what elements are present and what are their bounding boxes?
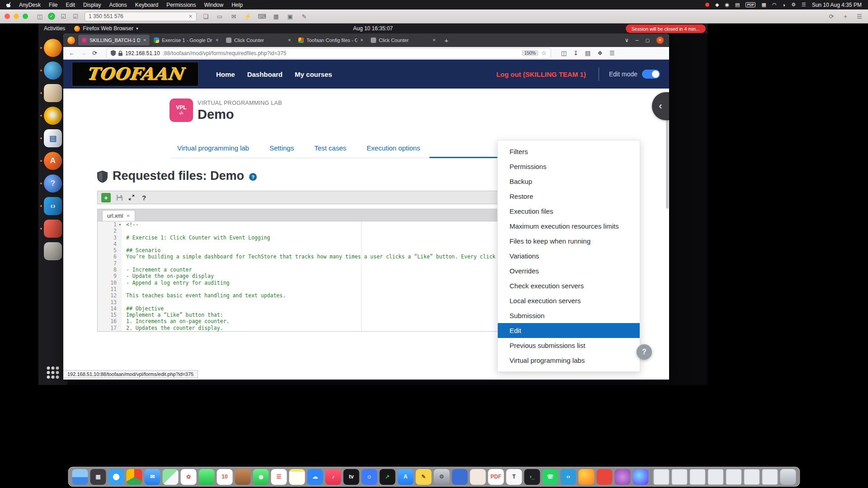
admin-menu-item[interactable]: Submission	[498, 308, 640, 323]
obs-icon[interactable]: ◉	[725, 2, 729, 8]
keyboard-icon[interactable]: ⌨	[258, 13, 266, 20]
admin-menu-item[interactable]: Restore	[498, 189, 640, 204]
admin-menu-item[interactable]: Overrides	[498, 263, 640, 278]
chrome[interactable]	[127, 469, 142, 485]
menubar-clock[interactable]: Sun 10 Aug 4:35 PM	[812, 2, 862, 8]
vpl-tab[interactable]: Virtual programming lab	[177, 144, 249, 152]
vpl-tab[interactable]: Execution options	[367, 144, 420, 152]
admin-menu-item[interactable]: Check execution servers	[498, 278, 640, 293]
minimize-icon[interactable]: –	[636, 37, 639, 43]
vscode[interactable]: ‹›	[561, 469, 576, 485]
list-all-tabs-icon[interactable]: ∨	[625, 37, 629, 43]
admin-menu-item[interactable]: Local execution servers	[498, 293, 640, 308]
permission-input-icon[interactable]: ☑	[71, 13, 80, 20]
menubar-item[interactable]: Help	[227, 2, 247, 8]
admin-menu-item[interactable]: Previous submissions list	[498, 338, 640, 353]
minimized-window[interactable]	[672, 469, 688, 485]
ubuntu-software[interactable]: A	[44, 152, 62, 170]
finder[interactable]	[72, 469, 88, 485]
photos[interactable]: ✿	[181, 469, 197, 485]
control-center-icon[interactable]: ⚙	[791, 2, 796, 8]
add-file-button[interactable]: +	[101, 193, 111, 202]
close-icon[interactable]: ✕	[656, 37, 664, 44]
code-editor[interactable]: 1 <!-- 2 3 # Exercise 1: Click Counter w…	[98, 221, 562, 331]
menubar-item[interactable]: Keyboard	[131, 2, 162, 8]
fullscreen-button[interactable]	[128, 194, 135, 201]
whatsapp[interactable]: ☏	[542, 469, 558, 485]
quicktime[interactable]	[470, 469, 486, 485]
firefox[interactable]	[579, 469, 594, 485]
chat-icon[interactable]: ✉	[230, 13, 238, 20]
admin-menu-item[interactable]: Edit	[498, 323, 640, 338]
zoom-window-button[interactable]	[23, 14, 28, 19]
tab-close-icon[interactable]: ✕	[360, 38, 363, 42]
spotlight-icon[interactable]: ☰	[802, 2, 806, 8]
site-logo[interactable]: TOOFAAN	[72, 62, 198, 86]
app-menu-icon[interactable]: ☰	[609, 50, 615, 56]
reminders[interactable]: ☰	[271, 469, 287, 485]
safari[interactable]	[108, 469, 124, 485]
tab-close-icon[interactable]: ✕	[432, 38, 436, 42]
vpl-tab[interactable]: Settings	[269, 144, 294, 152]
new-tab-button[interactable]: +	[444, 37, 448, 44]
file-tab[interactable]: url.xml ✕	[102, 210, 135, 221]
browser-tab[interactable]: Click Counter ✕	[223, 35, 294, 46]
facetime[interactable]: ◉	[253, 469, 269, 485]
account-icon[interactable]: ◫	[561, 50, 566, 56]
pdf-reader[interactable]: PDF	[488, 469, 504, 485]
display-icon[interactable]: ▤	[735, 2, 740, 8]
menu-icon[interactable]: ☰	[855, 13, 863, 20]
minimized-window[interactable]	[654, 469, 670, 485]
activities-button[interactable]: Activities	[44, 25, 65, 32]
minimized-window[interactable]	[726, 469, 742, 485]
thunderbird[interactable]	[44, 61, 62, 80]
show-applications-button[interactable]	[47, 366, 59, 379]
screen-record-icon[interactable]	[705, 3, 709, 7]
draw-icon[interactable]: ✎	[300, 13, 308, 20]
anydesk-status-icon[interactable]: ◆	[715, 2, 719, 8]
library-icon[interactable]: ▤	[585, 50, 590, 56]
keynote[interactable]	[597, 469, 613, 485]
menubar-item[interactable]: AnyDesk	[15, 2, 45, 8]
tab-close-icon[interactable]: ✕	[143, 38, 146, 42]
minimized-window[interactable]	[690, 469, 706, 485]
archive-box[interactable]	[44, 242, 62, 260]
browser-tab[interactable]: Toofaan Config files - Go... ✕	[295, 35, 367, 46]
editor-help-button[interactable]: ?	[140, 194, 148, 202]
launchpad[interactable]: ▦	[90, 469, 106, 485]
pdf-icon[interactable]: PDF	[745, 2, 755, 7]
minimized-window[interactable]	[762, 469, 778, 485]
status-ok-icon[interactable]: ✓	[48, 13, 55, 20]
notes[interactable]	[289, 469, 305, 485]
menubar-item[interactable]: File	[45, 2, 61, 8]
refresh-icon[interactable]: ⟳	[827, 13, 835, 20]
trash[interactable]	[780, 469, 796, 485]
battery-icon[interactable]: ◑	[783, 2, 786, 8]
music[interactable]: ♪	[326, 469, 341, 485]
edit-mode-toggle[interactable]	[642, 70, 660, 79]
stocks[interactable]: ↗	[380, 469, 396, 485]
help-icon[interactable]: ?	[249, 173, 257, 181]
calendar[interactable]: 10	[217, 469, 233, 485]
focused-app-menu[interactable]: Firefox Web Browser ▾	[74, 25, 138, 32]
shotwell[interactable]	[44, 107, 62, 125]
contact-icon[interactable]: ◫	[36, 13, 44, 20]
minimize-window-button[interactable]	[14, 14, 19, 19]
admin-menu-item[interactable]: Backup	[498, 174, 640, 189]
wifi-icon[interactable]: ◠	[772, 2, 777, 8]
files[interactable]	[44, 84, 62, 102]
ubuntu-clock[interactable]: Aug 10 16:35:07	[353, 23, 393, 33]
menubar-item[interactable]: Actions	[105, 2, 131, 8]
site-nav-link[interactable]: Dashboard	[247, 70, 283, 78]
close-window-button[interactable]	[5, 14, 10, 19]
screenshot-icon[interactable]: ▣	[286, 13, 294, 20]
help[interactable]: ?	[44, 174, 62, 192]
admin-menu-item[interactable]: Variations	[498, 249, 640, 263]
firefox[interactable]	[44, 39, 62, 57]
weather[interactable]: ☁	[307, 469, 323, 485]
reload-button[interactable]: ⟳	[92, 50, 97, 56]
menubar-item[interactable]: Window	[200, 2, 228, 8]
tab-close-icon[interactable]: ✕	[288, 38, 291, 42]
textedit[interactable]: T	[506, 469, 522, 485]
menubar-item[interactable]: Edit	[61, 2, 79, 8]
